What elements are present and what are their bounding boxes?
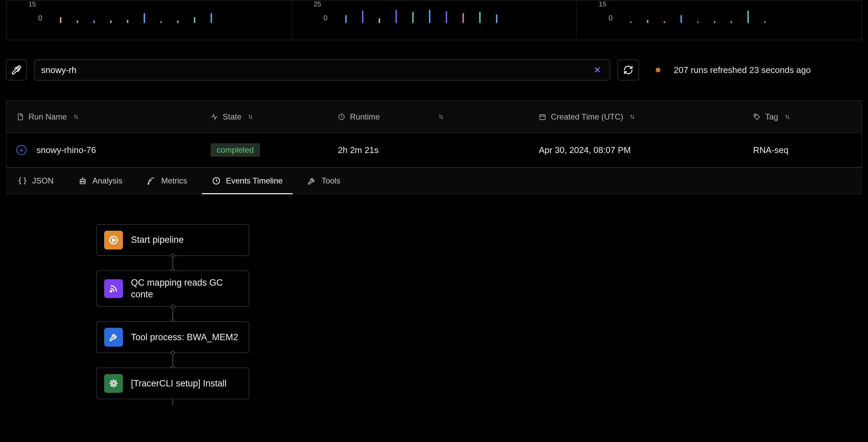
- y-tick-label: 15: [28, 0, 36, 8]
- clock-icon: [338, 113, 345, 121]
- timeline-connector: [96, 399, 249, 405]
- timeline-node[interactable]: [TracerCLI setup] Install: [96, 368, 249, 399]
- timeline-connector: [96, 353, 249, 368]
- mini-chart: 150: [577, 0, 862, 40]
- y-tick-label: 0: [323, 14, 328, 23]
- svg-rect-1: [540, 115, 546, 120]
- mini-chart-bar: [731, 21, 732, 23]
- wrench-icon: [307, 177, 316, 185]
- svg-point-4: [81, 181, 82, 182]
- cell-tag: RNA-seq: [753, 145, 851, 155]
- run-name-text: snowy-rhino-76: [36, 145, 96, 155]
- mini-chart-bar: [446, 11, 447, 23]
- svg-marker-9: [113, 239, 116, 242]
- timeline-connector: [96, 307, 249, 321]
- clock-icon: [212, 177, 221, 185]
- expand-row-icon[interactable]: [17, 145, 27, 155]
- mini-chart-bar: [714, 21, 715, 23]
- mini-chart-bar: [630, 21, 631, 23]
- mini-chart-bar: [362, 10, 363, 23]
- svg-point-5: [83, 181, 84, 182]
- refresh-button[interactable]: [618, 60, 639, 81]
- timeline-node[interactable]: QC mapping reads GC conte: [96, 271, 249, 307]
- mini-chart-bar: [60, 17, 61, 23]
- state-pill: completed: [211, 143, 260, 157]
- braces-icon: [18, 177, 27, 185]
- refresh-icon: [623, 65, 633, 75]
- col-created[interactable]: Created Time (UTC): [539, 112, 753, 122]
- activity-icon: [211, 113, 218, 121]
- y-tick-label: 0: [38, 14, 42, 23]
- mini-chart-bar: [127, 20, 128, 23]
- search-input[interactable]: [41, 65, 592, 75]
- col-state-label: State: [223, 112, 242, 122]
- tab-tools[interactable]: Tools: [307, 168, 340, 194]
- search-input-wrapper: ✕: [34, 60, 610, 81]
- tab-events-timeline[interactable]: Events Timeline: [212, 168, 283, 194]
- mini-chart-bar: [144, 13, 145, 23]
- timeline-node-label: Start pipeline: [131, 234, 184, 246]
- tab-analysis[interactable]: Analysis: [79, 168, 122, 194]
- tab-metrics[interactable]: Metrics: [147, 168, 187, 194]
- cell-runtime: 2h 2m 21s: [338, 145, 539, 155]
- mini-chart-bar: [664, 21, 665, 23]
- detail-tabs: JSON Analysis Metrics Events Timeline To…: [6, 167, 862, 194]
- mini-chart-bar: [429, 10, 430, 23]
- runs-table: Run Name State Runtime Created Time (UTC…: [6, 100, 862, 167]
- mini-chart-bar: [177, 21, 179, 23]
- mini-chart-bars: [345, 0, 573, 23]
- wrench-screwdriver-icon: [11, 65, 22, 75]
- bot-icon: [79, 177, 87, 185]
- document-icon: [17, 113, 24, 121]
- y-tick-label: 0: [609, 14, 613, 23]
- svg-rect-12: [112, 382, 115, 385]
- sort-icon: [784, 114, 790, 120]
- col-tag[interactable]: Tag: [753, 112, 851, 122]
- mini-chart-bar: [647, 20, 648, 23]
- mini-chart-bar: [160, 21, 162, 23]
- wrench-icon: [104, 328, 123, 347]
- mini-chart-bar: [412, 12, 413, 23]
- col-runtime-label: Runtime: [350, 112, 380, 122]
- timeline-node-label: [TracerCLI setup] Install: [131, 378, 227, 389]
- mini-chart-bar: [747, 10, 749, 23]
- table-header: Run Name State Runtime Created Time (UTC…: [6, 101, 862, 133]
- svg-point-2: [755, 115, 756, 116]
- tab-json[interactable]: JSON: [18, 168, 54, 194]
- refresh-status-text: 207 runs refreshed 23 seconds ago: [674, 65, 811, 75]
- clear-search-icon[interactable]: ✕: [592, 65, 603, 75]
- col-run-name[interactable]: Run Name: [17, 112, 211, 122]
- tab-json-label: JSON: [32, 176, 54, 186]
- tools-button[interactable]: [6, 60, 27, 81]
- col-runtime[interactable]: Runtime: [338, 112, 539, 122]
- mini-charts-panel: 150250150: [6, 0, 862, 40]
- timeline-connector: [96, 256, 249, 271]
- svg-point-6: [148, 183, 149, 184]
- timeline-node[interactable]: Tool process: BWA_MEM2: [96, 321, 249, 353]
- mini-chart-bar: [345, 15, 347, 23]
- mini-chart-bar: [764, 21, 766, 23]
- signal-icon: [147, 177, 156, 185]
- svg-rect-11: [111, 381, 116, 386]
- mini-chart-bar: [93, 21, 95, 23]
- y-tick-label: 15: [599, 0, 606, 8]
- sort-icon: [247, 114, 253, 120]
- mini-chart-bar: [110, 21, 112, 23]
- mini-chart-bar: [379, 19, 380, 23]
- timeline-node[interactable]: Start pipeline: [96, 224, 249, 256]
- events-timeline: Start pipelineQC mapping reads GC conteT…: [6, 224, 862, 405]
- timeline-node-label: QC mapping reads GC conte: [131, 277, 242, 301]
- mini-chart-bar: [211, 13, 212, 23]
- mini-chart-bars: [60, 0, 288, 23]
- table-row[interactable]: snowy-rhino-76 completed 2h 2m 21s Apr 3…: [6, 133, 862, 167]
- play-icon: [104, 231, 123, 249]
- sort-icon: [438, 114, 444, 120]
- col-run-name-label: Run Name: [28, 112, 67, 122]
- y-tick-label: 25: [314, 0, 321, 8]
- mini-chart-bar: [77, 21, 78, 23]
- timeline-node-label: Tool process: BWA_MEM2: [131, 332, 238, 343]
- mini-chart: 150: [6, 0, 292, 40]
- col-state[interactable]: State: [211, 112, 338, 122]
- mini-chart: 250: [292, 0, 577, 40]
- col-tag-label: Tag: [765, 112, 778, 122]
